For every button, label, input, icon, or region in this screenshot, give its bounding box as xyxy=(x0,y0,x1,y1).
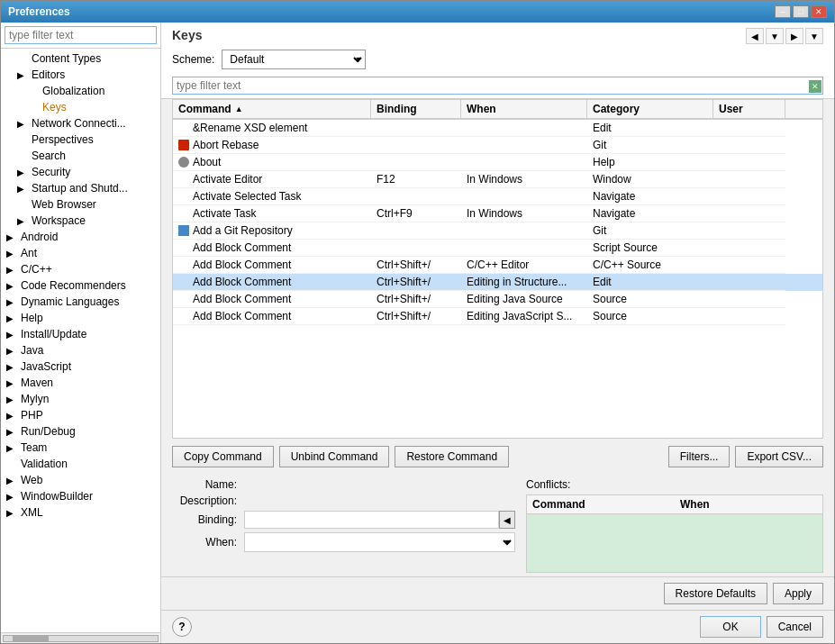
tree-arrow-icon: ▶ xyxy=(6,265,17,275)
sidebar-item[interactable]: ▶Code Recommenders xyxy=(3,277,159,294)
cell-command: &Rename XSD element xyxy=(173,120,371,137)
tree-arrow-icon: ▶ xyxy=(17,119,28,129)
table-row[interactable]: Add Block Comment Ctrl+Shift+/ Editing J… xyxy=(173,291,822,308)
table-row[interactable]: Activate Task Ctrl+F9 In Windows Navigat… xyxy=(173,205,822,222)
sidebar-item-label: Mylyn xyxy=(21,393,49,405)
sidebar-item[interactable]: ▶Ant xyxy=(3,245,159,261)
minimize-button[interactable]: ─ xyxy=(775,5,791,18)
sidebar-item[interactable]: ▶Editors xyxy=(3,67,159,83)
sidebar-item[interactable]: ▶XML xyxy=(3,504,159,521)
table-row[interactable]: Abort Rebase Git xyxy=(173,137,822,154)
sidebar-item[interactable]: Perspectives xyxy=(3,132,159,148)
table-row[interactable]: About Help xyxy=(173,154,822,171)
sort-icon: ▲ xyxy=(235,104,243,113)
sidebar-item[interactable]: ▶Startup and Shutd... xyxy=(3,180,159,196)
column-when[interactable]: When xyxy=(461,100,587,118)
sidebar-item[interactable]: ▶JavaScript xyxy=(3,358,159,375)
sidebar-item[interactable]: Web Browser xyxy=(3,196,159,213)
sidebar-item[interactable]: ▶WindowBuilder xyxy=(3,488,159,504)
cell-when xyxy=(461,137,587,154)
cell-user xyxy=(713,205,785,222)
restore-defaults-button[interactable]: Restore Defaults xyxy=(664,583,767,604)
sidebar-item[interactable]: ▶Mylyn xyxy=(3,391,159,407)
cell-when xyxy=(461,120,587,137)
ok-button[interactable]: OK xyxy=(700,616,760,638)
sidebar-item[interactable]: ▶Web xyxy=(3,472,159,488)
sidebar-item[interactable]: ▶Team xyxy=(3,440,159,456)
sidebar-item[interactable]: ▶Network Connecti... xyxy=(3,115,159,132)
sidebar-item[interactable]: ▶Security xyxy=(3,164,159,180)
sidebar-item[interactable]: ▶PHP xyxy=(3,407,159,423)
when-select[interactable] xyxy=(244,532,515,552)
tree-arrow-icon: ▶ xyxy=(6,346,17,356)
sidebar-item[interactable]: Globalization xyxy=(3,83,159,99)
close-button[interactable]: ✕ xyxy=(811,5,827,18)
cell-when: Editing in Structure... xyxy=(461,274,587,291)
panel-header: Keys ◀ ▼ ▶ ▼ Scheme: Default xyxy=(161,23,834,99)
filters-button[interactable]: Filters... xyxy=(668,446,731,467)
nav-forward-button[interactable]: ▶ xyxy=(785,28,803,44)
footer-right: OK Cancel xyxy=(700,616,823,638)
sidebar-horizontal-scrollbar[interactable] xyxy=(3,635,159,642)
unbind-command-button[interactable]: Unbind Command xyxy=(279,446,390,467)
column-user[interactable]: User xyxy=(713,100,785,118)
tree-arrow-icon: ▶ xyxy=(6,313,17,323)
name-label: Name: xyxy=(172,478,244,491)
sidebar-item[interactable]: ▶Workspace xyxy=(3,213,159,229)
nav-forward-dropdown-button[interactable]: ▼ xyxy=(805,28,823,44)
table-row[interactable]: Activate Selected Task Navigate xyxy=(173,188,822,205)
sidebar-tree: Content Types▶EditorsGlobalizationKeys▶N… xyxy=(1,49,160,632)
table-row[interactable]: Activate Editor F12 In Windows Window xyxy=(173,171,822,188)
scheme-select[interactable]: Default xyxy=(222,50,366,69)
sidebar-item[interactable]: Keys xyxy=(3,99,159,115)
table-row[interactable]: Add Block Comment Ctrl+Shift+/ Editing i… xyxy=(173,274,822,291)
table-row[interactable]: Add Block Comment Script Source xyxy=(173,240,822,257)
restore-command-button[interactable]: Restore Command xyxy=(395,446,509,467)
sidebar-search-input[interactable] xyxy=(5,26,157,44)
table-row[interactable]: Add a Git Repository Git xyxy=(173,222,822,240)
sidebar-item[interactable]: ▶Install/Update xyxy=(3,326,159,342)
filter-input[interactable] xyxy=(172,77,823,95)
cell-command: Activate Task xyxy=(173,205,371,222)
sidebar-item[interactable]: Search xyxy=(3,148,159,164)
table-row[interactable]: &Rename XSD element Edit xyxy=(173,120,822,137)
cell-binding: Ctrl+Shift+/ xyxy=(371,291,461,308)
apply-button[interactable]: Apply xyxy=(773,583,823,604)
column-command[interactable]: Command ▲ xyxy=(173,100,371,118)
sidebar-item[interactable]: ▶Run/Debug xyxy=(3,423,159,440)
cell-when: In Windows xyxy=(461,205,587,222)
sidebar-item[interactable]: ▶C/C++ xyxy=(3,261,159,277)
cell-command: Add Block Comment xyxy=(173,274,371,291)
sidebar-item-label: Install/Update xyxy=(21,328,86,340)
column-category[interactable]: Category xyxy=(587,100,713,118)
footer: ? OK Cancel xyxy=(161,610,834,643)
export-csv-button[interactable]: Export CSV... xyxy=(735,446,823,467)
cell-command: Abort Rebase xyxy=(173,137,371,154)
filter-clear-button[interactable]: ✕ xyxy=(809,80,821,93)
cell-binding: Ctrl+Shift+/ xyxy=(371,257,461,274)
sidebar-scrollbar-area xyxy=(1,632,160,643)
column-binding[interactable]: Binding xyxy=(371,100,461,118)
sidebar-item[interactable]: ▶Android xyxy=(3,229,159,245)
sidebar-item[interactable]: Validation xyxy=(3,456,159,472)
sidebar-item[interactable]: Content Types xyxy=(3,50,159,67)
binding-input[interactable] xyxy=(244,511,499,529)
binding-action-button[interactable]: ◀ xyxy=(499,511,515,529)
table-row[interactable]: Add Block Comment Ctrl+Shift+/ Editing J… xyxy=(173,308,822,325)
tree-arrow-icon: ▶ xyxy=(17,216,28,226)
cell-when: C/C++ Editor xyxy=(461,257,587,274)
nav-back-button[interactable]: ◀ xyxy=(746,28,764,44)
tree-arrow-icon: ▶ xyxy=(6,443,17,453)
sidebar-item[interactable]: ▶Maven xyxy=(3,375,159,391)
sidebar-item[interactable]: ▶Java xyxy=(3,342,159,358)
cancel-button[interactable]: Cancel xyxy=(767,616,823,638)
sidebar-item[interactable]: ▶Help xyxy=(3,310,159,326)
cell-when: Editing JavaScript S... xyxy=(461,308,587,325)
sidebar-item[interactable]: ▶Dynamic Languages xyxy=(3,294,159,310)
nav-dropdown-button[interactable]: ▼ xyxy=(766,28,784,44)
table-row[interactable]: Add Block Comment Ctrl+Shift+/ C/C++ Edi… xyxy=(173,257,822,274)
copy-command-button[interactable]: Copy Command xyxy=(172,446,274,467)
help-button[interactable]: ? xyxy=(172,617,192,637)
sidebar-item-label: Editors xyxy=(32,68,65,81)
maximize-button[interactable]: □ xyxy=(793,5,809,18)
